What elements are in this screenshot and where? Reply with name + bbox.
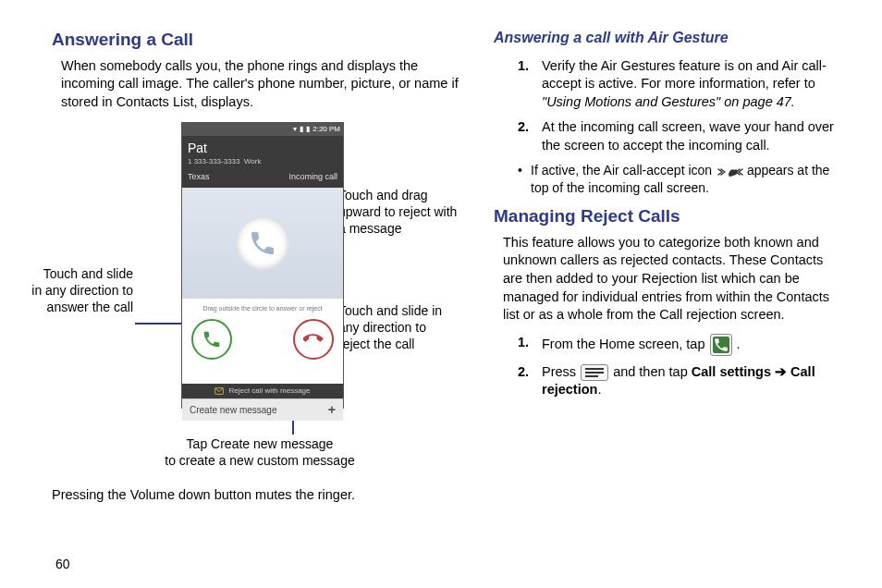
caller-location: Texas [188, 171, 210, 182]
wifi-icon: ▾ [293, 125, 297, 135]
menu-key-icon [581, 364, 608, 381]
callout-reject-msg: Touch and drag upward to reject with a m… [338, 188, 459, 238]
heading-air-gesture: Answering a call with Air Gesture [494, 28, 845, 48]
answer-circle [191, 319, 232, 360]
battery-icon: ▮ [306, 125, 310, 135]
phone-mock: ▾ ▮ ▮ 2:20 PM Pat 1 333-333-3333 Work Te… [181, 122, 344, 409]
caller-name: Pat [188, 140, 337, 157]
svg-rect-4 [585, 375, 598, 377]
caller-bar: Pat 1 333-333-3333 Work Texas Incoming c… [182, 136, 343, 188]
svg-rect-2 [585, 368, 604, 370]
left-column: Answering a Call When somebody calls you… [52, 28, 459, 570]
plus-icon: + [328, 401, 336, 419]
callout-reject: Touch and slide in any direction to reje… [338, 303, 459, 353]
message-icon [214, 387, 224, 395]
air-step-2: 2. At the incoming call screen, wave you… [518, 118, 845, 154]
air-steps: 1. Verify the Air Gestures feature is on… [494, 57, 845, 155]
right-column: Answering a call with Air Gesture 1. Ver… [494, 28, 845, 570]
callout-answer: Touch and slide in any direction to answ… [31, 266, 133, 316]
handset-icon [236, 216, 289, 270]
manage-intro: This feature allows you to categorize bo… [503, 234, 845, 325]
control-area: Drag outside the circle to answer or rej… [182, 299, 343, 384]
caller-number: 1 333-333-3333 Work [188, 157, 337, 167]
svg-rect-3 [585, 372, 604, 374]
reject-circle [293, 319, 334, 360]
air-bullet: • If active, the Air call-accept icon ap… [518, 162, 845, 197]
reject-bar: Reject call with message [182, 384, 343, 398]
manage-step-1: 1. From the Home screen, tap . [518, 334, 845, 356]
status-bar: ▾ ▮ ▮ 2:20 PM [182, 123, 343, 136]
page: Answering a Call When somebody calls you… [0, 0, 882, 588]
drag-hint: Drag outside the circle to answer or rej… [182, 304, 343, 312]
phone-app-icon [710, 334, 732, 356]
create-new-message: Create new message [190, 404, 277, 417]
incoming-label: Incoming call [288, 171, 337, 182]
figure-incoming-call: Touch and slide in any direction to answ… [52, 118, 459, 481]
mute-paragraph: Pressing the Volume down button mutes th… [52, 486, 459, 505]
intro-paragraph: When somebody calls you, the phone rings… [61, 57, 459, 112]
callout-newmsg: Tap Create new message to create a new c… [144, 436, 375, 470]
caller-photo [182, 188, 343, 299]
page-number: 60 [55, 557, 70, 571]
manage-step-2: 2. Press and then tap Call settings ➔ Ca… [518, 363, 845, 399]
air-step-1: 1. Verify the Air Gestures feature is on… [518, 57, 845, 112]
heading-answering-call: Answering a Call [52, 28, 459, 52]
heading-managing-reject: Managing Reject Calls [494, 204, 845, 228]
status-time: 2:20 PM [312, 125, 340, 135]
new-message-row: Create new message + [182, 398, 343, 421]
manage-steps: 1. From the Home screen, tap . 2. Press [494, 334, 845, 399]
signal-icon: ▮ [300, 125, 303, 135]
air-accept-icon [716, 165, 743, 179]
